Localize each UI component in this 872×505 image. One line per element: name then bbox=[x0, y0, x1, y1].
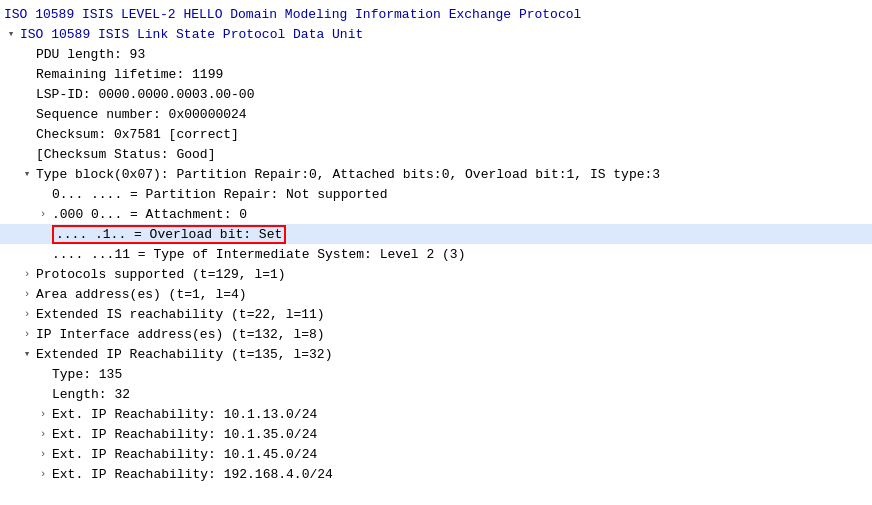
line-text-ext_ip_1: Ext. IP Reachability: 10.1.13.0/24 bbox=[52, 407, 317, 422]
overload-box: .... .1.. = Overload bit: Set bbox=[52, 225, 286, 244]
tree-line-remaining_lifetime: Remaining lifetime: 1199 bbox=[0, 64, 872, 84]
line-text-checksum: Checksum: 0x7581 [correct] bbox=[36, 127, 239, 142]
tree-line-lsp_id: LSP-ID: 0000.0000.0003.00-00 bbox=[0, 84, 872, 104]
expand-icon-ext_ip_1[interactable] bbox=[36, 407, 50, 421]
line-text-remaining_lifetime: Remaining lifetime: 1199 bbox=[36, 67, 223, 82]
line-text-ext_ip_2: Ext. IP Reachability: 10.1.35.0/24 bbox=[52, 427, 317, 442]
line-text-is_type: .... ...11 = Type of Intermediate System… bbox=[52, 247, 465, 262]
expand-icon-extended_is[interactable] bbox=[20, 307, 34, 321]
tree-line-area_address: Area address(es) (t=1, l=4) bbox=[0, 284, 872, 304]
tree-line-extended_ip: Extended IP Reachability (t=135, l=32) bbox=[0, 344, 872, 364]
tree-line-root: ISO 10589 ISIS Link State Protocol Data … bbox=[0, 24, 872, 44]
line-text-area_address: Area address(es) (t=1, l=4) bbox=[36, 287, 247, 302]
line-text-type_block: Type block(0x07): Partition Repair:0, At… bbox=[36, 167, 660, 182]
overload-text: .... .1.. = Overload bit: Set bbox=[52, 227, 286, 242]
tree-line-ext_ip_1: Ext. IP Reachability: 10.1.13.0/24 bbox=[0, 404, 872, 424]
expand-icon-attachment[interactable] bbox=[36, 207, 50, 221]
tree-line-protocols_supported: Protocols supported (t=129, l=1) bbox=[0, 264, 872, 284]
line-text-sequence_number: Sequence number: 0x00000024 bbox=[36, 107, 247, 122]
partial-top-line: ISO 10589 ISIS LEVEL-2 HELLO Domain Mode… bbox=[0, 4, 872, 24]
line-text-ip_interface: IP Interface address(es) (t=132, l=8) bbox=[36, 327, 325, 342]
line-text-ext_ip_4: Ext. IP Reachability: 192.168.4.0/24 bbox=[52, 467, 333, 482]
tree-line-is_type: .... ...11 = Type of Intermediate System… bbox=[0, 244, 872, 264]
expand-icon-protocols_supported[interactable] bbox=[20, 267, 34, 281]
tree-line-sequence_number: Sequence number: 0x00000024 bbox=[0, 104, 872, 124]
line-text-partition_repair: 0... .... = Partition Repair: Not suppor… bbox=[52, 187, 387, 202]
expand-icon-area_address[interactable] bbox=[20, 287, 34, 301]
tree-line-ip_interface: IP Interface address(es) (t=132, l=8) bbox=[0, 324, 872, 344]
line-text-extended_is: Extended IS reachability (t=22, l=11) bbox=[36, 307, 325, 322]
line-text-extended_ip: Extended IP Reachability (t=135, l=32) bbox=[36, 347, 332, 362]
line-text-lsp_id: LSP-ID: 0000.0000.0003.00-00 bbox=[36, 87, 254, 102]
expand-icon-ext_ip_3[interactable] bbox=[36, 447, 50, 461]
expand-icon-type_block[interactable] bbox=[20, 167, 34, 181]
line-text-protocols_supported: Protocols supported (t=129, l=1) bbox=[36, 267, 286, 282]
tree-line-overload_bit: .... .1.. = Overload bit: Set bbox=[0, 224, 872, 244]
tree-line-checksum: Checksum: 0x7581 [correct] bbox=[0, 124, 872, 144]
expand-icon-ext_ip_2[interactable] bbox=[36, 427, 50, 441]
expand-icon-root[interactable] bbox=[4, 27, 18, 41]
tree-line-pdu_length: PDU length: 93 bbox=[0, 44, 872, 64]
partial-top-text: ISO 10589 ISIS LEVEL-2 HELLO Domain Mode… bbox=[4, 7, 581, 22]
tree-line-checksum_status: [Checksum Status: Good] bbox=[0, 144, 872, 164]
tree-container: ISO 10589 ISIS LEVEL-2 HELLO Domain Mode… bbox=[0, 0, 872, 488]
tree-line-extended_is: Extended IS reachability (t=22, l=11) bbox=[0, 304, 872, 324]
tree-line-ext_ip_4: Ext. IP Reachability: 192.168.4.0/24 bbox=[0, 464, 872, 484]
line-text-checksum_status: [Checksum Status: Good] bbox=[36, 147, 215, 162]
tree-line-type_block: Type block(0x07): Partition Repair:0, At… bbox=[0, 164, 872, 184]
line-text-attachment: .000 0... = Attachment: 0 bbox=[52, 207, 247, 222]
tree-line-ext_ip_2: Ext. IP Reachability: 10.1.35.0/24 bbox=[0, 424, 872, 444]
expand-icon-ip_interface[interactable] bbox=[20, 327, 34, 341]
line-text-type_135: Type: 135 bbox=[52, 367, 122, 382]
header-text: ISO 10589 ISIS Link State Protocol Data … bbox=[20, 27, 363, 42]
tree-line-attachment: .000 0... = Attachment: 0 bbox=[0, 204, 872, 224]
expand-icon-extended_ip[interactable] bbox=[20, 347, 34, 361]
line-text-ext_ip_3: Ext. IP Reachability: 10.1.45.0/24 bbox=[52, 447, 317, 462]
tree-line-type_135: Type: 135 bbox=[0, 364, 872, 384]
tree-line-partition_repair: 0... .... = Partition Repair: Not suppor… bbox=[0, 184, 872, 204]
tree-line-length_32: Length: 32 bbox=[0, 384, 872, 404]
line-text-pdu_length: PDU length: 93 bbox=[36, 47, 145, 62]
tree-line-ext_ip_3: Ext. IP Reachability: 10.1.45.0/24 bbox=[0, 444, 872, 464]
line-text-length_32: Length: 32 bbox=[52, 387, 130, 402]
expand-icon-ext_ip_4[interactable] bbox=[36, 467, 50, 481]
